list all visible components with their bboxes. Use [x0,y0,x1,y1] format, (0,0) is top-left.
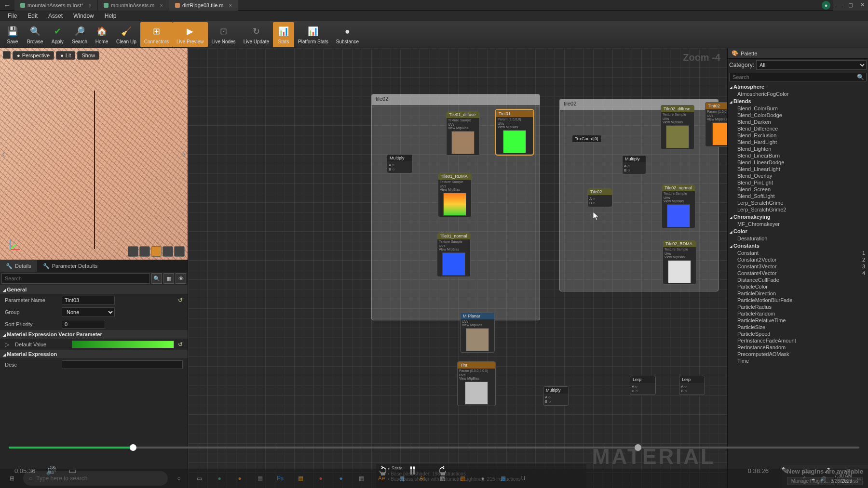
node-tile01_roma[interactable]: Tile01_RDMATexture SampleUVsView MipBias [438,172,472,217]
taskview-icon[interactable]: ▭ [190,471,208,486]
toolbar-platformstats-button[interactable]: 📊Platform Stats [294,22,332,47]
palette-item[interactable]: AtmosphericFogColor [728,91,868,97]
viewport-prev[interactable]: ‹ [0,148,7,160]
node-tile01_diffuse[interactable]: Tile01_diffuseTexture SampleUVsView MipB… [446,111,480,156]
palette-item[interactable]: Lerp_ScratchGrime [728,199,868,206]
viewport-options-dropdown[interactable] [3,51,11,59]
palette-item[interactable]: ParticleColor [728,283,868,290]
node-tile01_normal[interactable]: Tile01_normalTexture SampleUVsView MipBi… [437,232,471,277]
details-grid-icon[interactable]: ▦ [163,273,174,284]
palette-item[interactable]: Blend_Lighten [728,145,868,152]
palette-group-constants[interactable]: Constants [728,242,868,250]
node-texcoord1[interactable]: TexCoord[0] [572,135,602,143]
palette-group-chromakeying[interactable]: Chromakeying [728,213,868,221]
taskbar-search[interactable]: ○ Type here to search [23,471,168,486]
tray-icon[interactable]: ☁ [811,476,815,481]
app-icon[interactable]: ● [312,471,330,486]
vp-tool-3[interactable] [151,246,162,257]
app-icon[interactable]: ▦ [352,471,370,486]
viewport-lit[interactable]: ● Lit [56,51,75,60]
title-tab[interactable]: mountainAssets.m.Inst*× [14,0,98,11]
vp-tool-4[interactable] [163,246,173,257]
palette-item[interactable]: ParticleSpeed [728,330,868,337]
node-tint02[interactable]: Tint02Param (1,0,0)UVsView MipBias [705,102,727,147]
palette-item[interactable]: Blend_Overlay [728,172,868,179]
toolbar-apply-button[interactable]: ✔Apply [47,22,68,47]
palette-item[interactable]: ParticleRadius [728,303,868,310]
toolbar-stats-button[interactable]: 📊Stats [273,22,294,47]
palette-item[interactable]: ParticleMotionBlurFade [728,297,868,303]
menu-asset[interactable]: Asset [43,12,68,20]
node-multiply1[interactable]: MultiplyA ○B ○ [387,154,413,173]
node-tile02_tex[interactable]: Tile02A ○B ○ [587,188,612,207]
palette-item[interactable]: ParticleSize [728,324,868,330]
category-me[interactable]: Material Expression [0,350,188,359]
palette-item[interactable]: Constant3Vector3 [728,263,868,270]
palette-item[interactable]: Constant2Vector2 [728,256,868,263]
palette-search-input[interactable] [729,73,867,81]
app-icon[interactable]: Ps [271,471,289,486]
vp-tool-5[interactable] [174,246,185,257]
app-icon[interactable]: ▦ [251,471,269,486]
palette-item[interactable]: Blend_Exclusion [728,132,868,139]
palette-item[interactable]: Blend_LinearBurn [728,152,868,159]
preview-viewport[interactable]: ● Perspective ● Lit Show ‹ › [0,48,188,260]
vp-tool-1[interactable] [128,246,138,257]
toolbar-cleanup-button[interactable]: 🧹Clean Up [112,22,140,47]
window-close[interactable]: ✕ [856,0,868,11]
category-general[interactable]: General [0,285,188,294]
app-icon[interactable]: U [514,471,532,486]
toolbar-substance-button[interactable]: ●Substance [332,22,363,47]
app-icon[interactable]: ● [231,471,249,486]
menu-file[interactable]: File [3,12,22,20]
start-button[interactable]: ⊞ [3,471,21,486]
app-icon[interactable]: ▦ [393,471,411,486]
palette-item[interactable]: Blend_Screen [728,186,868,193]
notifications-icon[interactable]: ▭ [857,476,861,481]
viewport-perspective[interactable]: ● Perspective [13,51,54,60]
app-icon[interactable]: ▦ [291,471,310,486]
toolbar-livenodes-button[interactable]: ⊡Live Nodes [208,22,240,47]
menu-edit[interactable]: Edit [23,12,42,20]
category-mevp[interactable]: Material Expression Vector Parameter [0,330,188,339]
app-icon[interactable]: ▦ [453,471,472,486]
app-icon[interactable]: ▦ [433,471,451,486]
palette-item[interactable]: ParticleRelativeTime [728,317,868,324]
toolbar-browse-button[interactable]: 🔍Browse [23,22,47,47]
prop-sort-priority-input[interactable] [62,320,105,329]
title-tab[interactable]: dirtRidge03.tile.m× [169,0,238,11]
toolbar-home-button[interactable]: 🏠Home [91,22,112,47]
tab-parameter-defaults[interactable]: 🔧 Parameter Defaults [37,260,104,272]
palette-item[interactable]: ParticleRandom [728,310,868,317]
prop-parameter-name-input[interactable] [62,296,115,304]
palette-item[interactable]: MF_Chromakeyer [728,221,868,227]
palette-item[interactable]: ParticleDirection [728,290,868,297]
palette-item[interactable]: Desaturation [728,235,868,242]
menu-help[interactable]: Help [100,12,122,20]
reset-icon[interactable]: ↺ [178,341,183,348]
window-notify-icon[interactable]: ● [822,1,830,10]
palette-item[interactable]: Blend_SoftLight [728,193,868,199]
app-icon[interactable]: ● [474,471,492,486]
window-maximize[interactable]: ▢ [845,0,856,11]
cortana-icon[interactable]: ○ [170,471,188,486]
node-tile02_roma[interactable]: Tile02_RDMATexture SampleUVsView MipBias [663,240,696,285]
menu-window[interactable]: Window [68,12,99,20]
palette-item[interactable]: PerInstanceRandom [728,344,868,351]
reset-icon[interactable]: ↺ [178,297,183,303]
palette-item[interactable]: Constant4Vector4 [728,270,868,277]
node-lerp1[interactable]: LerpA ○B ○ [630,376,656,395]
title-tab[interactable]: mountainAssets.m× [98,0,169,11]
app-icon[interactable]: Ai [413,471,431,486]
palette-item[interactable]: Lerp_ScratchGrime2 [728,206,868,213]
prop-desc-input[interactable] [62,360,183,369]
prop-default-value-color[interactable] [72,341,174,348]
palette-group-atmosphere[interactable]: Atmosphere [728,83,868,91]
palette-item[interactable]: Blend_PinLight [728,179,868,186]
node-tint03[interactable]: TintParam (0.5,0.5,0.5)UVsView MipBias [457,361,496,406]
palette-group-color[interactable]: Color [728,227,868,235]
toolbar-connectors-button[interactable]: ⊞Connectors [140,22,173,47]
back-button[interactable]: ← [0,0,14,11]
viewport-next[interactable]: › [180,148,188,160]
palette-item[interactable]: Time [728,357,868,364]
